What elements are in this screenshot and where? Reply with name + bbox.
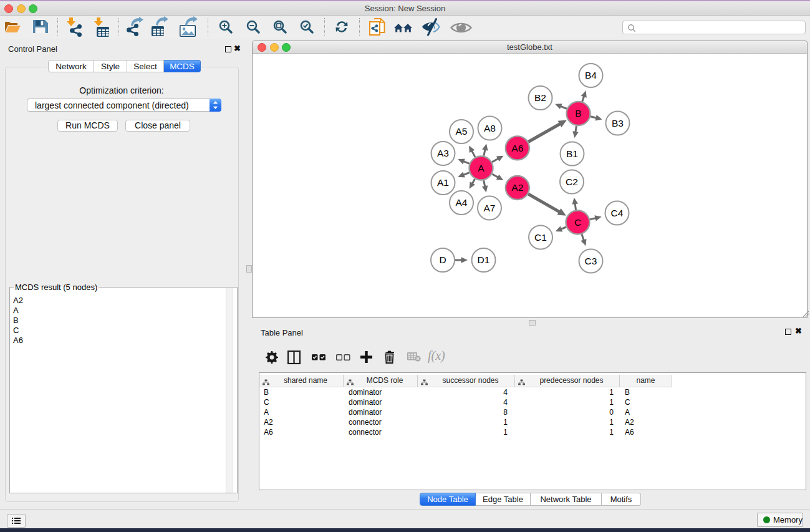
svg-text:A1: A1 bbox=[437, 177, 449, 188]
svg-text:A8: A8 bbox=[484, 123, 496, 133]
svg-text:A4: A4 bbox=[456, 197, 468, 208]
svg-text:B: B bbox=[575, 108, 581, 118]
svg-text:B1: B1 bbox=[566, 148, 578, 159]
svg-text:A6: A6 bbox=[511, 143, 523, 153]
svg-text:A7: A7 bbox=[484, 203, 496, 213]
svg-text:C: C bbox=[574, 217, 581, 228]
svg-text:C2: C2 bbox=[566, 177, 578, 187]
svg-text:D: D bbox=[439, 254, 446, 265]
svg-text:C4: C4 bbox=[611, 208, 624, 218]
svg-text:B4: B4 bbox=[585, 70, 597, 80]
svg-text:A3: A3 bbox=[437, 148, 449, 158]
svg-text:A5: A5 bbox=[456, 126, 468, 137]
svg-text:A: A bbox=[478, 163, 485, 173]
svg-text:D1: D1 bbox=[478, 254, 490, 265]
svg-text:C1: C1 bbox=[534, 232, 547, 243]
svg-text:C3: C3 bbox=[585, 256, 597, 266]
svg-text:B2: B2 bbox=[534, 92, 546, 103]
svg-text:A2: A2 bbox=[511, 182, 523, 193]
svg-text:B3: B3 bbox=[612, 118, 624, 128]
